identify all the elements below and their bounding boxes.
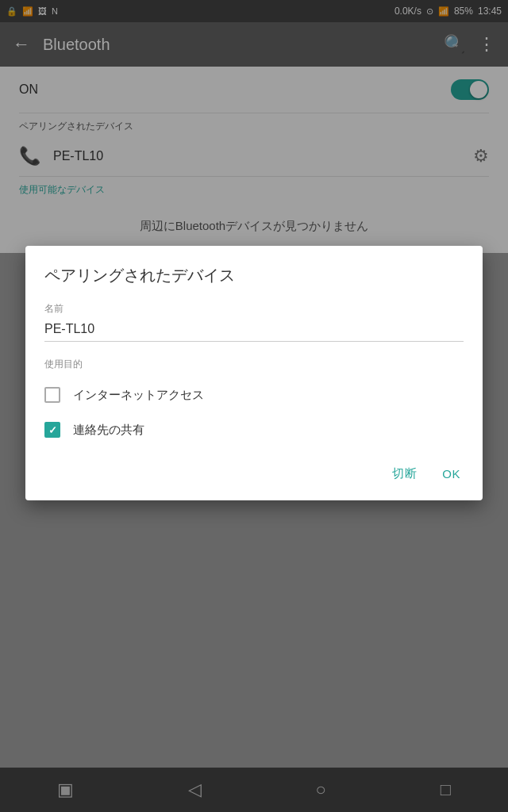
ok-button[interactable]: OK bbox=[439, 460, 464, 488]
name-field-label: 名前 bbox=[44, 302, 464, 316]
dialog-title: ペアリングされたデバイス bbox=[44, 265, 464, 286]
contact-share-row: 連絡先の共有 bbox=[44, 419, 464, 441]
internet-access-row: インターネットアクセス bbox=[44, 384, 464, 406]
purpose-field-label: 使用目的 bbox=[44, 358, 464, 371]
internet-access-checkbox[interactable] bbox=[44, 387, 60, 403]
paired-device-dialog: ペアリングされたデバイス 名前 使用目的 インターネットアクセス 連絡先の共有 … bbox=[25, 246, 483, 500]
dialog-actions: 切断 OK bbox=[44, 454, 464, 488]
internet-access-label: インターネットアクセス bbox=[73, 388, 204, 403]
disconnect-button[interactable]: 切断 bbox=[389, 460, 420, 488]
device-name-input[interactable] bbox=[44, 319, 464, 342]
contact-share-label: 連絡先の共有 bbox=[73, 423, 144, 438]
contact-share-checkbox[interactable] bbox=[44, 422, 60, 438]
